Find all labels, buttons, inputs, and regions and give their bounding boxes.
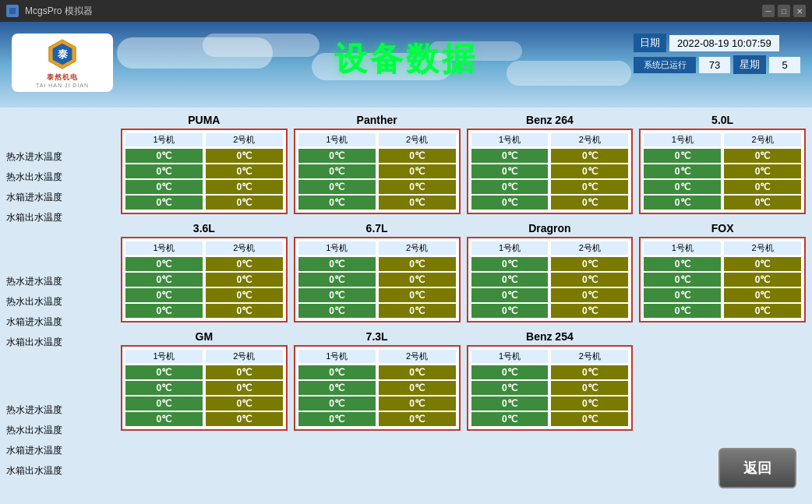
benz264-m2: 2号机	[551, 133, 628, 146]
benz264-r2-m2: 0℃	[551, 164, 628, 178]
benz264-r3-m2: 0℃	[551, 180, 628, 194]
label-row1-s3: 热水进水温度	[6, 400, 62, 420]
run-label: 系统已运行	[634, 57, 696, 73]
73l-m1: 1号机	[298, 350, 376, 363]
benz264-temps: 0℃0℃ 0℃0℃ 0℃0℃ 0℃0℃	[471, 149, 629, 210]
67l-inner: 1号机 2号机 0℃0℃ 0℃0℃ 0℃0℃ 0℃0℃	[294, 237, 461, 322]
puma-inner: 1号机 2号机 0℃0℃ 0℃0℃ 0℃0℃ 0℃0℃	[121, 129, 288, 214]
benz254-title: Benz 254	[467, 330, 634, 343]
panther-temps: 0℃0℃ 0℃0℃ 0℃0℃ 0℃0℃	[298, 149, 456, 210]
panther-inner: 1号机 2号机 0℃0℃ 0℃0℃ 0℃0℃ 0℃0℃	[294, 129, 461, 214]
return-button[interactable]: 返回	[718, 448, 796, 488]
puma-r3-m1: 0℃	[125, 180, 203, 194]
puma-temps: 0℃0℃ 0℃0℃ 0℃0℃ 0℃0℃	[125, 149, 283, 210]
puma-r1-m2: 0℃	[206, 149, 283, 163]
puma-r4-m2: 0℃	[206, 196, 283, 210]
5l-r3-m2: 0℃	[724, 180, 801, 194]
puma-title: PUMA	[121, 114, 288, 126]
equip-gm: GM 1号机 2号机 0℃0℃ 0℃0℃ 0℃0℃ 0℃0℃	[121, 330, 288, 431]
panther-r4-m1: 0℃	[298, 196, 376, 210]
benz254-temps: 0℃0℃ 0℃0℃ 0℃0℃ 0℃0℃	[471, 365, 629, 426]
benz264-headers: 1号机 2号机	[471, 133, 629, 146]
page-title: 设备数据	[334, 37, 478, 81]
puma-m1: 1号机	[125, 133, 203, 146]
empty-slot	[639, 330, 806, 431]
labels-section-2: 热水进水温度 热水出水温度 水箱进水温度 水箱出水温度	[6, 271, 62, 352]
gm-m1: 1号机	[125, 350, 203, 363]
datetime-panel: 日期 2022-08-19 10:07:59 系统已运行 73 星期 5	[634, 33, 800, 74]
equip-benz254: Benz 254 1号机 2号机 0℃0℃ 0℃0℃ 0℃0℃ 0℃0℃	[467, 330, 634, 431]
gm-inner: 1号机 2号机 0℃0℃ 0℃0℃ 0℃0℃ 0℃0℃	[121, 345, 288, 431]
5l-r4-m1: 0℃	[644, 196, 721, 210]
73l-title: 7.3L	[294, 330, 461, 343]
panther-r4-m2: 0℃	[379, 196, 456, 210]
logo-name: 泰然机电	[47, 72, 78, 83]
logo-icon: 泰	[45, 37, 80, 71]
benz264-r1-m1: 0℃	[471, 149, 549, 163]
gm-title: GM	[121, 330, 288, 343]
puma-m2: 2号机	[206, 133, 283, 146]
36l-inner: 1号机 2号机 0℃0℃ 0℃0℃ 0℃0℃ 0℃0℃	[121, 237, 288, 322]
gm-m2: 2号机	[206, 350, 283, 363]
equip-row-3: GM 1号机 2号机 0℃0℃ 0℃0℃ 0℃0℃ 0℃0℃	[121, 330, 806, 431]
73l-inner: 1号机 2号机 0℃0℃ 0℃0℃ 0℃0℃ 0℃0℃	[294, 345, 461, 431]
equip-row-2: 3.6L 1号机 2号机 0℃0℃ 0℃0℃ 0℃0℃ 0℃0℃	[121, 222, 806, 322]
benz254-m2: 2号机	[551, 350, 628, 363]
equip-dragron: Dragron 1号机 2号机 0℃0℃ 0℃0℃ 0℃0℃ 0℃0℃	[467, 222, 634, 322]
maximize-button[interactable]: □	[778, 5, 790, 17]
36l-m2: 2号机	[206, 241, 283, 255]
svg-rect-1	[9, 8, 16, 14]
panther-m2: 2号机	[379, 133, 456, 146]
benz264-r4-m2: 0℃	[551, 196, 628, 210]
logo-sub: TAI HAN JI DIAN	[36, 83, 89, 88]
dragron-title: Dragron	[467, 222, 634, 234]
label-row2-s2: 热水出水温度	[6, 291, 62, 312]
5l-headers: 1号机 2号机	[644, 133, 801, 146]
67l-headers: 1号机 2号机	[298, 241, 456, 255]
week-label: 星期	[733, 55, 766, 74]
5l-inner: 1号机 2号机 0℃0℃ 0℃0℃ 0℃0℃ 0℃0℃	[639, 129, 806, 214]
dragron-inner: 1号机 2号机 0℃0℃ 0℃0℃ 0℃0℃ 0℃0℃	[467, 237, 634, 322]
puma-r3-m2: 0℃	[206, 180, 283, 194]
close-button[interactable]: ✕	[793, 5, 806, 17]
run-value: 73	[699, 57, 730, 73]
minimize-button[interactable]: ─	[762, 5, 775, 17]
label-row1-s1: 热水进水温度	[6, 146, 62, 167]
benz264-title: Benz 264	[467, 114, 634, 126]
panther-r3-m2: 0℃	[379, 180, 456, 194]
gm-temps: 0℃0℃ 0℃0℃ 0℃0℃ 0℃0℃	[125, 365, 283, 426]
panther-headers: 1号机 2号机	[298, 133, 456, 146]
benz254-m1: 1号机	[471, 350, 549, 363]
36l-m1: 1号机	[125, 241, 203, 255]
header: 泰 泰然机电 TAI HAN JI DIAN 设备数据 日期 2022-08-1…	[0, 22, 812, 107]
benz254-inner: 1号机 2号机 0℃0℃ 0℃0℃ 0℃0℃ 0℃0℃	[467, 345, 634, 431]
benz264-r2-m1: 0℃	[471, 164, 549, 178]
content-area: 热水进水温度 热水出水温度 水箱进水温度 水箱出水温度 热水进水温度 热水出水温…	[0, 107, 812, 504]
67l-title: 6.7L	[294, 222, 461, 234]
5l-r1-m2: 0℃	[724, 149, 801, 163]
label-row4-s3: 水箱出水温度	[6, 460, 62, 481]
fox-m2: 2号机	[724, 241, 801, 255]
5l-r1-m1: 0℃	[644, 149, 721, 163]
equip-puma: PUMA 1号机 2号机 0℃0℃ 0℃0℃ 0℃0℃ 0℃0℃	[121, 114, 288, 214]
label-row3-s2: 水箱进水温度	[6, 312, 62, 332]
equip-36l: 3.6L 1号机 2号机 0℃0℃ 0℃0℃ 0℃0℃ 0℃0℃	[121, 222, 288, 322]
label-row4-s1: 水箱出水温度	[6, 207, 62, 227]
label-row3-s3: 水箱进水温度	[6, 440, 62, 460]
title-bar: McgsPro 模拟器 ─ □ ✕	[0, 0, 812, 22]
equip-fox: FOX 1号机 2号机 0℃0℃ 0℃0℃ 0℃0℃ 0℃0℃	[639, 222, 806, 322]
logo: 泰 泰然机电 TAI HAN JI DIAN	[12, 33, 113, 92]
5l-r2-m2: 0℃	[724, 164, 801, 178]
benz254-headers: 1号机 2号机	[471, 350, 629, 363]
equip-panther: Panther 1号机 2号机 0℃0℃ 0℃0℃ 0℃0℃ 0℃0℃	[294, 114, 461, 214]
dragron-m2: 2号机	[551, 241, 628, 255]
puma-r2-m1: 0℃	[125, 164, 203, 178]
fox-title: FOX	[639, 222, 806, 234]
panther-r1-m1: 0℃	[298, 149, 376, 163]
puma-r2-m2: 0℃	[206, 164, 283, 178]
app-icon	[6, 5, 19, 17]
dragron-headers: 1号机 2号机	[471, 241, 629, 255]
run-row: 系统已运行 73 星期 5	[634, 55, 800, 74]
36l-headers: 1号机 2号机	[125, 241, 283, 255]
panther-r2-m1: 0℃	[298, 164, 376, 178]
